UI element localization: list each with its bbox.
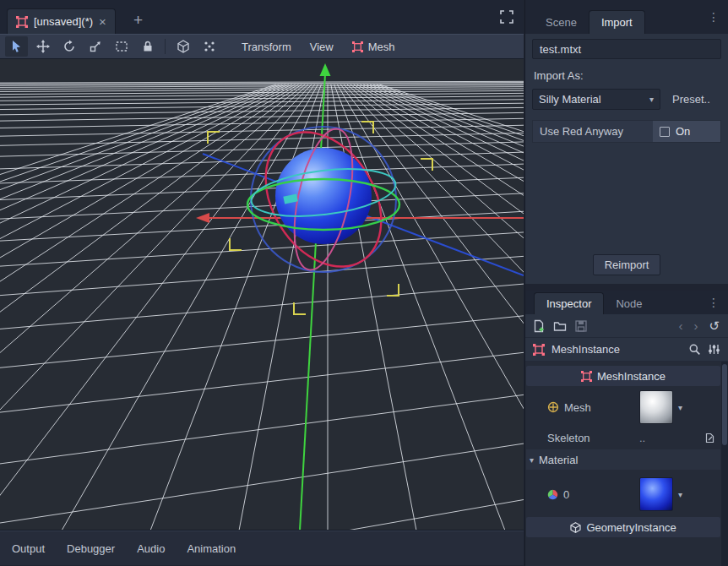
mesh-property-row: Mesh ▾ — [526, 387, 720, 427]
chevron-down-icon[interactable]: ▾ — [678, 403, 682, 412]
cube-icon — [177, 40, 190, 53]
import-as-value: Silly Material — [539, 93, 644, 106]
load-resource-folder-icon[interactable] — [553, 319, 567, 333]
scale-icon — [89, 40, 102, 53]
mesh-preview-thumbnail[interactable] — [639, 390, 673, 424]
history-back-icon[interactable]: ‹ — [676, 318, 684, 333]
godot-editor-window: [unsaved](*) × + — [0, 0, 728, 566]
import-as-row: Silly Material ▾ Preset.. — [532, 89, 721, 110]
mesh-property-value[interactable]: ▾ — [639, 390, 720, 424]
skeleton-path-value: .. — [639, 432, 699, 444]
history-forward-icon[interactable]: › — [692, 318, 699, 333]
select-tool-button[interactable] — [5, 36, 28, 57]
tab-node[interactable]: Node — [604, 292, 654, 314]
toolbar-separator — [165, 39, 166, 54]
tab-inspector[interactable]: Inspector — [534, 292, 604, 314]
save-resource-icon[interactable] — [574, 319, 588, 333]
import-dock: test.mtxt Import As: Silly Material ▾ Pr… — [525, 34, 728, 284]
preset-button[interactable]: Preset.. — [666, 89, 717, 110]
edited-object-row: MeshInstance — [525, 338, 728, 362]
dock-menu-icon[interactable]: ⋮ — [704, 8, 723, 25]
tab-animation[interactable]: Animation — [187, 542, 236, 555]
inspector-dock: Inspector Node ⋮ ‹ › — [525, 291, 728, 566]
assign-node-icon[interactable] — [704, 433, 715, 444]
material-slot-value[interactable]: ▾ — [639, 477, 720, 511]
mesh-resource-icon — [547, 401, 559, 413]
rotate-tool-button[interactable] — [57, 36, 80, 57]
group-button[interactable] — [171, 36, 194, 57]
tab-output[interactable]: Output — [12, 542, 45, 555]
select-box-icon — [115, 40, 128, 53]
new-scene-tab-button[interactable]: + — [128, 12, 148, 28]
viewport-toolbar: Transform View Mesh — [0, 34, 524, 59]
scene-tab[interactable]: [unsaved](*) × — [7, 8, 116, 34]
dock-tabbar: Scene Import ⋮ — [525, 0, 728, 34]
rotate-icon — [62, 40, 76, 53]
lock-icon — [141, 40, 155, 53]
lock-button[interactable] — [136, 36, 159, 57]
right-dock: Scene Import ⋮ test.mtxt Import As: Sill… — [524, 0, 728, 566]
viewport-scene — [0, 59, 524, 531]
category-meshinstance-label: MeshInstance — [597, 370, 666, 383]
mesh-menu[interactable]: Mesh — [343, 36, 405, 57]
edited-object-name: MeshInstance — [551, 343, 682, 356]
select-box-tool-button[interactable] — [110, 36, 133, 57]
use-red-anyway-row: Use Red Anyway On — [532, 120, 721, 143]
object-history-icon[interactable]: ↺ — [707, 318, 721, 334]
move-tool-button[interactable] — [31, 36, 54, 57]
meshinstance-node-icon — [533, 344, 545, 356]
use-red-anyway-checkbox[interactable] — [660, 127, 670, 137]
chevron-down-icon[interactable]: ▾ — [678, 490, 682, 499]
transform-menu[interactable]: Transform — [232, 36, 301, 57]
checkbox-label: On — [676, 125, 690, 138]
use-red-anyway-label: Use Red Anyway — [533, 121, 653, 142]
snap-toggle-button[interactable] — [198, 36, 220, 57]
scene-tabbar: [unsaved](*) × + — [0, 0, 524, 34]
view-menu[interactable]: View — [301, 36, 343, 57]
import-file-name: test.mtxt — [532, 39, 721, 59]
meshinstance-category-icon — [581, 371, 592, 382]
tab-scene[interactable]: Scene — [534, 10, 589, 34]
inspector-properties: MeshInstance Mesh ▾ — [525, 362, 728, 566]
skeleton-property-value[interactable]: .. — [639, 432, 720, 444]
import-as-dropdown[interactable]: Silly Material ▾ — [532, 89, 660, 110]
import-as-label: Import As: — [534, 69, 720, 82]
mesh-menu-icon — [352, 41, 363, 52]
inspector-body: ‹ › ↺ MeshInstance — [525, 314, 728, 566]
category-meshinstance[interactable]: MeshInstance — [526, 366, 720, 386]
tab-debugger[interactable]: Debugger — [67, 542, 115, 555]
reimport-button[interactable]: Reimport — [593, 254, 661, 275]
skeleton-property-row: Skeleton .. — [526, 427, 720, 448]
floor-grid — [0, 81, 524, 531]
close-tab-icon[interactable]: × — [99, 15, 106, 28]
scrollbar-thumb[interactable] — [722, 364, 727, 445]
inspector-tabbar: Inspector Node ⋮ — [525, 291, 728, 314]
inspector-scrollbar[interactable] — [721, 362, 728, 566]
geometryinstance-category-icon — [570, 522, 581, 533]
skeleton-property-label: Skeleton — [547, 432, 590, 444]
material-preview-thumbnail[interactable] — [639, 477, 673, 511]
material-slot-label: 0 — [563, 488, 569, 501]
scene-tab-title: [unsaved](*) — [34, 15, 93, 28]
mesh-scene-icon — [16, 16, 28, 28]
inspector-toolbar: ‹ › ↺ — [525, 314, 728, 338]
scale-tool-button[interactable] — [84, 36, 106, 57]
snap-dots-icon — [203, 40, 216, 53]
inspector-menu-icon[interactable]: ⋮ — [704, 294, 723, 311]
new-resource-icon[interactable] — [532, 319, 546, 333]
mesh-menu-label: Mesh — [368, 41, 395, 53]
view-menu-label: View — [310, 41, 334, 53]
material-resource-icon — [547, 489, 558, 500]
tab-import[interactable]: Import — [589, 10, 645, 34]
expand-viewport-icon[interactable] — [500, 10, 513, 24]
viewport-3d[interactable] — [0, 59, 524, 531]
category-geometryinstance[interactable]: GeometryInstance — [526, 517, 720, 537]
material-slot-row: 0 ▾ — [526, 471, 720, 517]
material-section-label: Material — [539, 454, 578, 466]
search-icon[interactable] — [688, 343, 701, 356]
material-section-header[interactable]: ▾ Material — [526, 449, 720, 470]
tools-sliders-icon[interactable] — [708, 343, 720, 356]
tab-audio[interactable]: Audio — [137, 542, 165, 555]
section-collapse-icon: ▾ — [530, 455, 534, 465]
use-red-anyway-value[interactable]: On — [653, 121, 720, 142]
